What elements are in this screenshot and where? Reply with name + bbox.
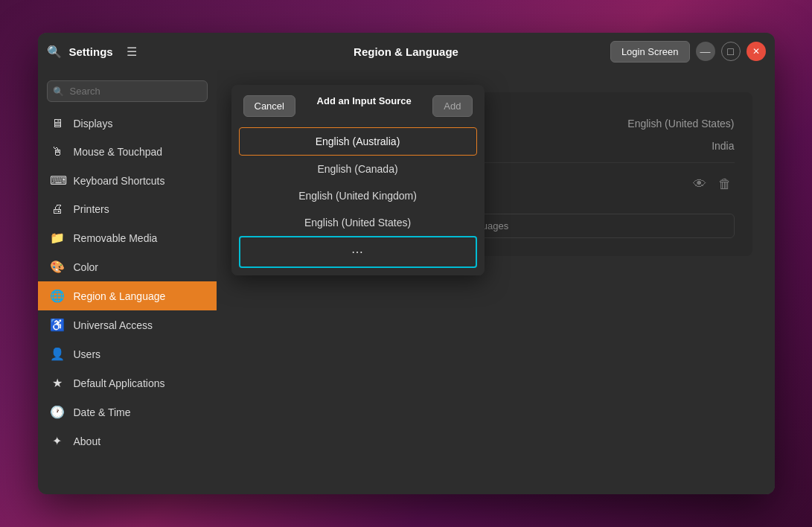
sidebar-item-mouse-touchpad[interactable]: 🖱 Mouse & Touchpad [38, 138, 217, 166]
search-input[interactable] [47, 80, 208, 102]
dialog-add-button[interactable]: Add [432, 95, 472, 117]
search-icon: 🔍 [47, 45, 62, 59]
sidebar-item-label-color: Color [74, 261, 98, 273]
sidebar-item-label-keyboard: Keyboard Shortcuts [74, 175, 165, 187]
universal-access-icon: ♿ [50, 318, 65, 332]
sidebar-item-label-removable: Removable Media [74, 232, 158, 244]
sidebar-item-label-about: About [74, 435, 101, 447]
dialog-title: Add an Input Source [300, 95, 428, 117]
sidebar-item-label-default-apps: Default Applications [74, 377, 165, 389]
list-item-english-australia[interactable]: English (Australia) [239, 127, 477, 156]
color-icon: 🎨 [50, 260, 65, 274]
sidebar-item-region-language[interactable]: 🌐 Region & Language [38, 281, 217, 310]
main-content: Language English (United States) India ⚙ [217, 70, 775, 494]
more-dots: ⋯ [351, 245, 365, 259]
titlebar-right: Login Screen — □ ✕ [610, 41, 766, 63]
dialog-cancel-button[interactable]: Cancel [243, 95, 295, 117]
sidebar-item-printers[interactable]: 🖨 Printers [38, 195, 217, 223]
printers-icon: 🖨 [50, 202, 65, 216]
content-area: 🖥 Displays 🖱 Mouse & Touchpad ⌨ Keyboard… [38, 70, 775, 494]
sidebar-item-about[interactable]: ✦ About [38, 427, 217, 456]
sidebar-item-label-printers: Printers [74, 203, 109, 215]
list-item-english-canada[interactable]: English (Canada) [239, 156, 477, 182]
list-item-label-canada: English (Canada) [317, 163, 397, 175]
dialog-overlay: Cancel Add an Input Source Add English (… [217, 70, 775, 494]
region-language-icon: 🌐 [50, 289, 65, 303]
list-item-english-us[interactable]: English (United States) [239, 209, 477, 236]
sidebar-item-date-time[interactable]: 🕐 Date & Time [38, 397, 217, 427]
sidebar-search-wrap [38, 76, 217, 109]
default-applications-icon: ★ [50, 376, 65, 390]
sidebar-item-label-displays: Displays [74, 118, 113, 130]
date-time-icon: 🕐 [50, 405, 65, 419]
displays-icon: 🖥 [50, 117, 65, 130]
sidebar-item-universal-access[interactable]: ♿ Universal Access [38, 310, 217, 339]
sidebar-item-removable-media[interactable]: 📁 Removable Media [38, 223, 217, 252]
dialog-list: English (Australia) English (Canada) Eng… [231, 127, 485, 275]
sidebar: 🖥 Displays 🖱 Mouse & Touchpad ⌨ Keyboard… [38, 70, 217, 494]
sidebar-item-users[interactable]: 👤 Users [38, 339, 217, 368]
users-icon: 👤 [50, 347, 65, 361]
list-item-label-australia: English (Australia) [316, 135, 400, 147]
about-icon: ✦ [50, 434, 65, 448]
list-item-more[interactable]: ⋯ [239, 236, 477, 268]
mouse-icon: 🖱 [50, 145, 65, 159]
sidebar-item-label-users: Users [74, 348, 101, 360]
sidebar-item-label-region: Region & Language [74, 290, 166, 302]
sidebar-item-label-date-time: Date & Time [74, 406, 131, 418]
sidebar-item-label-access: Universal Access [74, 319, 153, 331]
titlebar-left: 🔍 Settings ☰ [47, 42, 196, 62]
removable-media-icon: 📁 [50, 231, 65, 245]
window-title: Region & Language [354, 45, 458, 58]
hamburger-button[interactable]: ☰ [121, 42, 143, 62]
settings-window: 🔍 Settings ☰ Region & Language Login Scr… [38, 33, 775, 494]
sidebar-item-label-mouse: Mouse & Touchpad [74, 146, 163, 158]
close-button[interactable]: ✕ [747, 42, 766, 61]
dialog-buttons: Cancel Add an Input Source Add [231, 85, 485, 127]
sidebar-item-displays[interactable]: 🖥 Displays [38, 109, 217, 138]
sidebar-item-keyboard-shortcuts[interactable]: ⌨ Keyboard Shortcuts [38, 166, 217, 195]
sidebar-item-default-applications[interactable]: ★ Default Applications [38, 368, 217, 397]
list-item-english-uk[interactable]: English (United Kingdom) [239, 182, 477, 209]
list-item-label-us: English (United States) [304, 217, 411, 229]
sidebar-item-color[interactable]: 🎨 Color [38, 252, 217, 281]
add-input-source-dialog: Cancel Add an Input Source Add English (… [231, 85, 485, 275]
minimize-button[interactable]: — [696, 42, 715, 61]
titlebar: 🔍 Settings ☰ Region & Language Login Scr… [38, 33, 775, 70]
maximize-button[interactable]: □ [721, 42, 741, 61]
login-screen-button[interactable]: Login Screen [610, 41, 690, 63]
list-item-label-uk: English (United Kingdom) [298, 190, 417, 202]
keyboard-icon: ⌨ [50, 173, 65, 188]
search-field-wrap [47, 80, 208, 102]
app-title: Settings [69, 45, 113, 58]
